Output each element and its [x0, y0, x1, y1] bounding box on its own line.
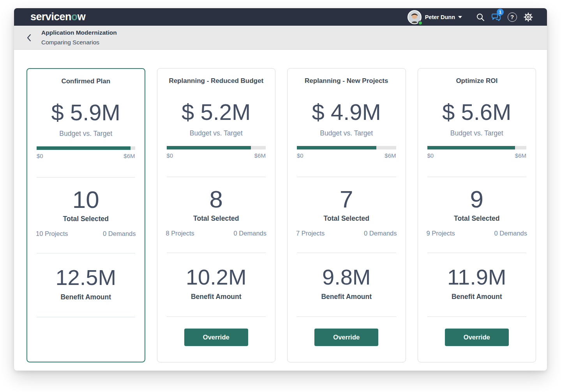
scale-min: $0: [427, 152, 434, 159]
scale-min: $0: [37, 153, 43, 159]
budget-progressbar-fill: [167, 146, 251, 149]
budget-progressbar: [167, 146, 266, 149]
projects-count: 8 Projects: [166, 230, 194, 237]
budget-label: Budget vs. Target: [59, 130, 112, 138]
divider: [297, 316, 396, 317]
budget-label: Budget vs. Target: [190, 129, 243, 137]
divider: [37, 253, 135, 253]
budget-progressbar: [297, 146, 396, 149]
budget-scale: $0 $6M: [167, 152, 266, 159]
scenario-title: Optimize ROI: [456, 77, 497, 85]
total-selected-label: Total Selected: [454, 214, 499, 223]
total-selected-value: 9: [470, 187, 483, 211]
breadcrumb: Application Modernization Comparing Scen…: [14, 26, 547, 50]
demands-count: 0 Demands: [364, 230, 397, 237]
benefit-value: 10.2M: [186, 266, 247, 288]
benefit-label: Benefit Amount: [60, 293, 111, 301]
scale-min: $0: [297, 152, 303, 159]
projects-demands-row: 7 Projects 0 Demands: [296, 230, 397, 237]
scale-max: $6M: [515, 152, 526, 159]
servicenow-logo: servicenow: [30, 12, 85, 22]
scale-max: $6M: [385, 152, 396, 159]
override-button[interactable]: Override: [184, 329, 248, 346]
divider: [297, 253, 396, 253]
projects-count: 10 Projects: [36, 230, 68, 237]
projects-count: 7 Projects: [296, 230, 325, 237]
benefit-label: Benefit Amount: [321, 293, 372, 301]
budget-value: $ 5.2M: [182, 100, 251, 125]
scenario-card-confirmed-plan[interactable]: Confirmed Plan $ 5.9M Budget vs. Target …: [26, 68, 145, 362]
projects-count: 9 Projects: [427, 230, 455, 237]
benefit-label: Benefit Amount: [452, 293, 502, 301]
logo-text: servicen: [30, 11, 71, 23]
scenario-cards-container: Confirmed Plan $ 5.9M Budget vs. Target …: [14, 50, 547, 371]
projects-demands-row: 9 Projects 0 Demands: [427, 230, 527, 237]
divider: [167, 253, 266, 253]
total-selected-value: 7: [340, 187, 353, 211]
total-selected-label: Total Selected: [193, 214, 239, 223]
presence-indicator: [418, 21, 423, 25]
divider: [427, 253, 527, 253]
benefit-value: 12.5M: [55, 267, 116, 288]
budget-progressbar: [427, 146, 527, 149]
settings-button[interactable]: [520, 10, 536, 24]
budget-label: Budget vs. Target: [320, 129, 373, 137]
scenario-title: Confirmed Plan: [61, 77, 110, 85]
total-selected-value: 10: [72, 188, 99, 212]
scenario-card-replanning-new-projects[interactable]: Replanning - New Projects $ 4.9M Budget …: [287, 68, 406, 362]
budget-value: $ 4.9M: [312, 100, 381, 125]
budget-label: Budget vs. Target: [450, 129, 503, 137]
divider: [167, 177, 266, 177]
scale-min: $0: [167, 152, 173, 159]
user-name[interactable]: Peter Dunn: [425, 14, 455, 20]
budget-value: $ 5.9M: [51, 100, 120, 125]
total-selected-label: Total Selected: [324, 214, 369, 223]
divider: [297, 177, 396, 177]
scenario-title: Replanning - New Projects: [305, 77, 388, 85]
override-button[interactable]: Override: [314, 329, 378, 346]
app-window: servicenow Peter Dunn: [14, 8, 547, 371]
scenario-card-replanning-reduced-budget[interactable]: Replanning - Reduced Budget $ 5.2M Budge…: [157, 68, 276, 362]
budget-scale: $0 $6M: [297, 152, 396, 159]
budget-progressbar-fill: [427, 146, 515, 149]
help-icon: ?: [508, 12, 517, 22]
benefit-value: 11.9M: [447, 266, 506, 288]
page-subtitle: Comparing Scenarios: [41, 38, 117, 47]
budget-progressbar: [37, 146, 135, 150]
budget-scale: $0 $6M: [37, 153, 135, 159]
demands-count: 0 Demands: [234, 230, 266, 237]
divider: [37, 177, 135, 178]
total-selected-value: 8: [210, 187, 223, 211]
demands-count: 0 Demands: [494, 230, 527, 237]
budget-value: $ 5.6M: [442, 100, 511, 125]
search-icon: [476, 12, 485, 22]
gear-icon: [523, 12, 533, 22]
scenario-title: Replanning - Reduced Budget: [169, 77, 263, 85]
budget-progressbar-fill: [37, 146, 131, 150]
chevron-down-icon[interactable]: [458, 16, 462, 18]
chat-button[interactable]: 1: [488, 10, 504, 24]
total-selected-label: Total Selected: [63, 215, 109, 223]
benefit-label: Benefit Amount: [191, 293, 242, 301]
chevron-left-icon: [25, 33, 33, 42]
divider: [427, 316, 527, 317]
logo-green-o: o: [71, 11, 78, 23]
logo-text-end: w: [78, 11, 85, 23]
user-avatar[interactable]: [408, 10, 422, 24]
scenario-card-optimize-roi[interactable]: Optimize ROI $ 5.6M Budget vs. Target $0…: [418, 68, 536, 362]
divider: [427, 177, 527, 177]
divider: [167, 316, 266, 317]
budget-progressbar-fill: [297, 146, 376, 149]
scale-max: $6M: [123, 153, 135, 159]
top-navigation-bar: servicenow Peter Dunn: [14, 8, 547, 26]
override-button[interactable]: Override: [445, 329, 509, 346]
scale-max: $6M: [254, 152, 266, 159]
back-button[interactable]: [23, 30, 35, 46]
help-button[interactable]: ?: [504, 10, 520, 24]
search-button[interactable]: [472, 10, 488, 24]
demands-count: 0 Demands: [103, 230, 136, 237]
projects-demands-row: 8 Projects 0 Demands: [166, 230, 267, 237]
notification-badge: 1: [497, 9, 504, 16]
page-title: Application Modernization: [41, 28, 117, 38]
projects-demands-row: 10 Projects 0 Demands: [36, 230, 136, 237]
